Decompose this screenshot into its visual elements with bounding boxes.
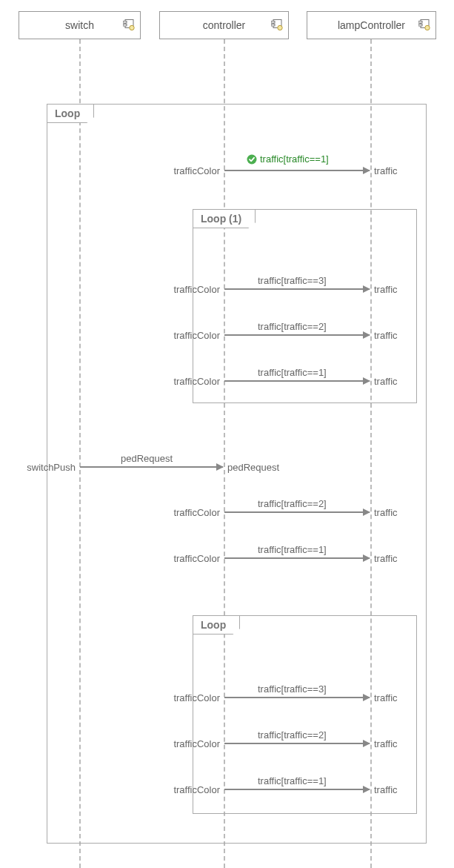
- message-in-label: trafficColor: [173, 165, 224, 176]
- component-icon: [271, 19, 284, 32]
- lifeline-label: lampController: [338, 19, 405, 31]
- message-out-label: traffic: [370, 283, 398, 294]
- message-guard-label: traffic[traffic==3]: [258, 275, 327, 286]
- message-guard-label: pedRequest: [121, 453, 173, 464]
- message-in-label: trafficColor: [173, 552, 224, 563]
- message-arrow-m9[interactable]: trafficColor traffic[traffic==2] traffic: [224, 743, 370, 744]
- component-icon: [418, 19, 431, 32]
- lifeline-head-switch[interactable]: switch: [19, 11, 141, 39]
- message-guard-label: traffic[traffic==1]: [247, 153, 329, 165]
- svg-rect-5: [271, 21, 275, 24]
- svg-rect-9: [418, 21, 422, 24]
- message-arrow-m5[interactable]: switchPush pedRequest pedRequest: [80, 466, 223, 468]
- message-in-label: trafficColor: [173, 692, 224, 703]
- message-arrow-m6[interactable]: trafficColor traffic[traffic==2] traffic: [224, 511, 370, 513]
- svg-point-11: [425, 25, 430, 30]
- lifeline-label: switch: [65, 19, 94, 31]
- message-guard-label: traffic[traffic==3]: [258, 683, 327, 695]
- message-out-label: traffic: [370, 375, 398, 386]
- message-arrow-m1[interactable]: trafficColor traffic[traffic==1] traffic: [224, 170, 370, 171]
- message-out-label: traffic: [370, 783, 398, 795]
- message-guard-label: traffic[traffic==1]: [258, 775, 327, 786]
- svg-rect-6: [271, 24, 275, 27]
- fragment-label: Loop (1): [193, 210, 256, 228]
- fragment-label: Loop: [47, 105, 94, 123]
- message-guard-label: traffic[traffic==2]: [258, 321, 327, 332]
- check-circle-icon: [247, 154, 257, 165]
- message-in-label: trafficColor: [173, 375, 224, 386]
- message-out-label: traffic: [370, 692, 398, 703]
- message-in-label: trafficColor: [173, 738, 224, 749]
- message-in-label: trafficColor: [173, 283, 224, 294]
- message-out-label: traffic: [370, 329, 398, 340]
- message-arrow-m4[interactable]: trafficColor traffic[traffic==1] traffic: [224, 380, 370, 382]
- message-arrow-m8[interactable]: trafficColor traffic[traffic==3] traffic: [224, 697, 370, 698]
- message-guard-label: traffic[traffic==2]: [258, 498, 327, 509]
- message-arrow-m3[interactable]: trafficColor traffic[traffic==2] traffic: [224, 334, 370, 336]
- component-icon: [123, 19, 136, 32]
- lifeline-head-lampcontroller[interactable]: lampController: [307, 11, 436, 39]
- message-out-label: traffic: [370, 506, 398, 517]
- message-in-label: switchPush: [27, 461, 80, 472]
- message-out-label: traffic: [370, 552, 398, 563]
- svg-point-3: [130, 25, 134, 30]
- lifeline-head-controller[interactable]: controller: [159, 11, 289, 39]
- svg-rect-1: [123, 21, 127, 24]
- message-out-label: traffic: [370, 165, 398, 176]
- message-guard-label: traffic[traffic==1]: [258, 367, 327, 378]
- message-arrow-m10[interactable]: trafficColor traffic[traffic==1] traffic: [224, 789, 370, 790]
- message-out-label: traffic: [370, 738, 398, 749]
- message-arrow-m2[interactable]: trafficColor traffic[traffic==3] traffic: [224, 288, 370, 290]
- lifeline-label: controller: [203, 19, 246, 31]
- message-guard-label: traffic[traffic==2]: [258, 729, 327, 741]
- message-arrow-m7[interactable]: trafficColor traffic[traffic==1] traffic: [224, 557, 370, 559]
- message-in-label: trafficColor: [173, 783, 224, 795]
- message-in-label: trafficColor: [173, 506, 224, 517]
- message-in-label: trafficColor: [173, 329, 224, 340]
- guard-text: traffic[traffic==1]: [260, 153, 329, 165]
- svg-rect-2: [123, 24, 127, 27]
- fragment-label: Loop: [193, 616, 240, 635]
- svg-rect-10: [418, 24, 422, 27]
- svg-point-7: [278, 25, 282, 30]
- message-guard-label: traffic[traffic==1]: [258, 544, 327, 555]
- message-out-label: pedRequest: [223, 461, 279, 472]
